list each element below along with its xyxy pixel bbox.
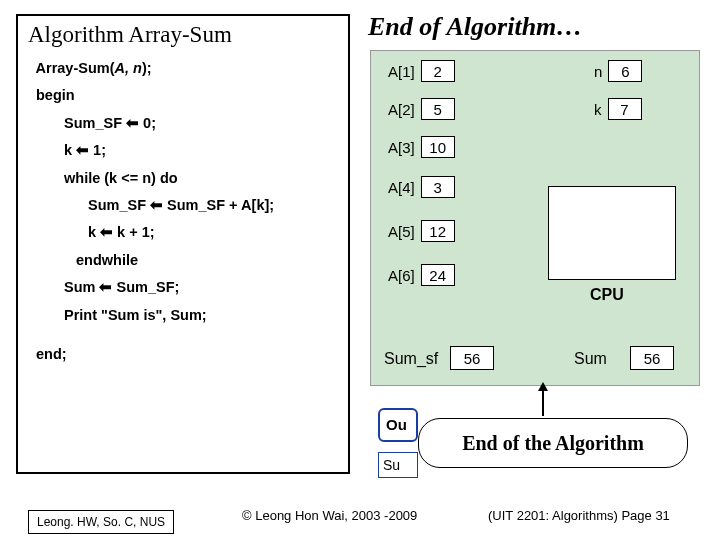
footer-author: Leong. HW, So. C, NUS [28,510,174,534]
end-pill: End of the Algorithm [418,418,688,468]
footer-page: (UIT 2201: Algorithms) Page 31 [488,508,670,523]
sum-value: 56 [630,346,674,370]
cpu-box [548,186,676,280]
cpu-label: CPU [590,286,624,304]
code-line-9: Sum ⬅ Sum_SF; [64,279,338,296]
code-line-4: k ⬅ 1; [64,142,338,159]
output-box: Ou [378,408,418,442]
state-title: End of Algorithm… [368,12,582,42]
sumsf-label: Sum_sf [384,350,438,368]
code-line-11: end; [36,346,338,363]
mem-A4: A[4]3 [386,176,455,198]
sum-label: Sum [574,350,607,368]
code-line-10: Print "Sum is", Sum; [64,307,338,324]
algorithm-title: Algorithm Array-Sum [28,22,338,48]
sumsf-value: 56 [450,346,494,370]
code-line-6: Sum_SF ⬅ Sum_SF + A[k]; [88,197,338,214]
mem-A1: A[1]2 [386,60,455,82]
code-line-8: endwhile [76,252,338,269]
code-line-3: Sum_SF ⬅ 0; [64,115,338,132]
mem-A6: A[6]24 [386,264,455,286]
algorithm-box: Algorithm Array-Sum Array-Sum(A, n); beg… [16,14,350,474]
code-line-2: begin [36,87,338,104]
mem-A3: A[3]10 [386,136,455,158]
code-line-1: Array-Sum(A, n); [28,60,338,77]
code-line-7: k ⬅ k + 1; [88,224,338,241]
mem-A5: A[5]12 [386,220,455,242]
mem-n: n6 [592,60,642,82]
mem-k: k7 [592,98,642,120]
sum-output-box: Su [378,452,418,478]
footer-copyright: © Leong Hon Wai, 2003 -2009 [242,508,417,523]
arrow-up-icon [542,384,544,416]
mem-A2: A[2]5 [386,98,455,120]
code-line-5: while (k <= n) do [64,170,338,187]
